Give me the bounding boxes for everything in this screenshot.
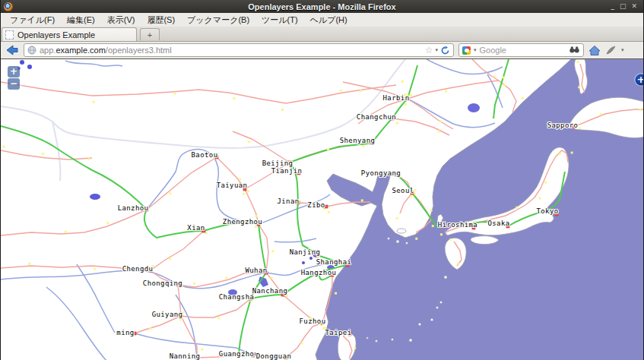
map-viewport[interactable]: HarbinChangchunShenyangSapporoBaotouBeij… (1, 59, 644, 360)
menu-item-6[interactable]: ヘルプ(H) (304, 14, 354, 27)
city-label-fuzhou: Fuzhou (300, 317, 326, 325)
url-text: app.example.com/openlayers3.html (40, 46, 172, 55)
menu-item-1[interactable]: 編集(E) (61, 14, 101, 27)
city-label-tokyo: Tokyo (536, 207, 558, 215)
tab-bar: Openlayers Example + (1, 27, 643, 42)
binoculars-search-icon[interactable] (569, 46, 580, 55)
city-label-shanghai: Shanghai (316, 258, 352, 266)
city-label-baotou: Baotou (192, 151, 218, 159)
browser-window: Openlayers Example - Mozilla Firefox _ □… (0, 0, 644, 360)
city-label-nanchang: Nanchang (252, 287, 288, 295)
zoom-out-button[interactable]: − (8, 78, 20, 90)
city-label-changchun: Changchun (357, 113, 396, 121)
url-path: /openlayers3.html (106, 46, 172, 55)
city-label-wuhan: Wuhan (245, 267, 267, 274)
city-label-hangzhou: Hangzhou (301, 269, 337, 276)
city-label-chengdu: Chengdu (122, 265, 154, 273)
back-button[interactable] (5, 44, 19, 56)
city-label-tianjin: Tianjin (271, 167, 303, 175)
url-domain: example.com (56, 46, 105, 55)
url-subdomain: app. (40, 46, 56, 55)
city-label-xian: Xian (187, 224, 205, 232)
tab-favicon-icon (5, 30, 14, 39)
quill-icon[interactable] (605, 46, 617, 55)
search-placeholder: Google (480, 46, 506, 55)
map-zoom-control: + − (7, 65, 22, 91)
menu-item-5[interactable]: ツール(T) (255, 14, 304, 27)
menu-item-0[interactable]: ファイル(F) (4, 14, 61, 27)
tab-label: Openlayers Example (17, 30, 95, 39)
city-label-nanjing: Nanjing (290, 248, 321, 256)
search-bar[interactable]: ▾ Google (458, 43, 584, 57)
tab-openlayers-example[interactable]: Openlayers Example (2, 27, 137, 41)
menu-item-3[interactable]: 履歴(S) (141, 14, 181, 27)
city-label-zhengzhou: Zhengzhou (223, 218, 262, 226)
city-label-harbin: Harbin (383, 94, 410, 102)
window-title: Openlayers Example - Mozilla Firefox (1, 2, 643, 11)
city-label-pyongyang: Pyongyang (361, 169, 401, 177)
google-logo-icon (462, 46, 471, 55)
title-bar: Openlayers Example - Mozilla Firefox _ □… (1, 0, 643, 13)
city-label-seoul: Seoul (392, 187, 414, 194)
city-label-taipei: Taipei (325, 329, 352, 336)
firefox-icon (4, 2, 13, 11)
url-dropdown-chevron-icon[interactable]: ▾ (435, 47, 438, 53)
toolbar-overflow-chevron-icon[interactable]: ▾ (621, 47, 624, 53)
zoom-in-button[interactable]: + (8, 66, 20, 77)
city-label-dongguan: Dongguan (256, 352, 292, 360)
city-label-changsha: Changsha (219, 293, 255, 301)
city-label-hiroshima: Hiroshima (438, 221, 477, 229)
city-label-ming: ming (116, 329, 134, 336)
close-button[interactable]: ✕ (631, 1, 637, 12)
city-label-nanning: Nanning (170, 352, 201, 360)
search-engine-chevron-icon[interactable]: ▾ (474, 47, 477, 53)
city-label-osaka: Osaka (487, 219, 509, 227)
city-label-sapporo: Sapporo (547, 122, 579, 129)
city-label-guiyang: Guiyang (152, 311, 183, 318)
city-label-jinan: Jinan (277, 197, 299, 205)
navigation-toolbar: app.example.com/openlayers3.html ☆ ▾ ▾ G… (1, 42, 643, 59)
city-label-taiyuan: Taiyuan (217, 182, 248, 189)
maximize-button[interactable]: □ (620, 1, 627, 12)
globe-icon (27, 46, 36, 55)
new-tab-button[interactable]: + (140, 28, 160, 40)
city-label-chongqing: Chongqing (143, 279, 182, 287)
bookmark-star-icon[interactable]: ☆ (425, 46, 433, 55)
home-button[interactable] (588, 45, 601, 56)
menu-item-2[interactable]: 表示(V) (101, 14, 141, 27)
url-bar[interactable]: app.example.com/openlayers3.html ☆ ▾ (24, 43, 454, 57)
city-label-lanzhou: Lanzhou (118, 204, 149, 212)
city-label-zibo: Zibo (307, 201, 325, 209)
menu-bar: ファイル(F)編集(E)表示(V)履歴(S)ブックマーク(B)ツール(T)ヘルプ… (1, 13, 643, 27)
city-label-beijing: Beijing (262, 159, 293, 167)
reload-icon[interactable] (440, 46, 450, 55)
city-label-shenyang: Shenyang (340, 137, 376, 144)
minimize-button[interactable]: _ (611, 1, 614, 12)
layer-switcher-button[interactable]: + (634, 73, 644, 87)
city-label-guangzhou: Guangzhou (219, 350, 259, 358)
menu-item-4[interactable]: ブックマーク(B) (181, 14, 255, 27)
